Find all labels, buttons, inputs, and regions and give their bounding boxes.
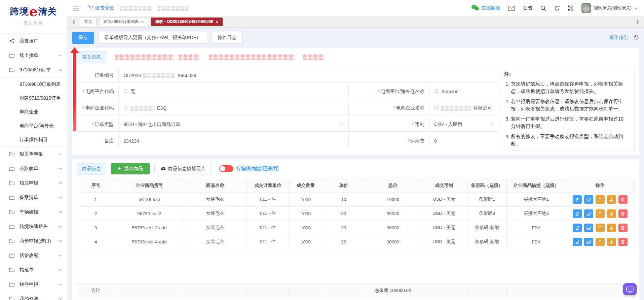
tab[interactable]: 9710/9810订单列表× xyxy=(99,18,148,26)
copy-row-button[interactable] xyxy=(584,209,593,218)
sidebar-item[interactable]: 9710/9810订单 xyxy=(0,63,67,77)
logo-e-mark: e xyxy=(29,6,38,16)
sidebar-item[interactable]: 快件申报 xyxy=(0,277,67,292)
folder-icon xyxy=(9,238,15,244)
move-up-button[interactable] xyxy=(596,238,605,246)
sidebar-item[interactable]: 跨境快速通关 xyxy=(0,219,67,234)
copy-row-button[interactable] xyxy=(584,224,593,232)
template-import-update-button[interactable]: 录单模版导入更新（支持Excel、报关单PDF） xyxy=(98,32,207,44)
search-icon[interactable] xyxy=(540,5,546,11)
add-product-button[interactable]: + 添加商品 xyxy=(111,163,150,174)
copy-row-button[interactable] xyxy=(584,195,593,204)
save-button[interactable]: 保存 xyxy=(72,32,94,44)
column-header: 成交币制 xyxy=(421,179,467,192)
products-panel: 商品信息 + 添加商品 商品信息模版导入 行编辑功能:[已关闭] xyxy=(72,159,639,300)
chevron-down-icon xyxy=(59,182,62,184)
sidebar-subitem[interactable]: 电商平台/海外仓 xyxy=(0,119,67,133)
sidebar-item[interactable]: 我要推广 xyxy=(0,34,67,48)
tabs-scroll-right-icon[interactable]: ❯ xyxy=(634,19,641,24)
move-up-button[interactable] xyxy=(596,195,605,204)
move-up-button[interactable] xyxy=(596,209,605,218)
tab-label: 9710/9810订单列表 xyxy=(104,19,139,25)
tabs-scroll-left-icon[interactable]: ❮ xyxy=(71,19,77,24)
product-cell: 女装毛衣 xyxy=(184,206,247,221)
sidebar-item[interactable]: 两步申报(进口) xyxy=(0,234,67,248)
delete-row-button[interactable] xyxy=(618,195,628,204)
sidebar-item-label: 落货改配 xyxy=(20,253,38,259)
sidebar-subitem[interactable]: 订单操作指引 xyxy=(0,133,67,146)
fullscreen-icon[interactable] xyxy=(568,5,573,11)
platform-code-field[interactable]: 无 xyxy=(119,85,349,99)
mail-icon[interactable] xyxy=(508,6,515,11)
sidebar-item-label: 备案清单 xyxy=(20,195,38,201)
sidebar-submenu: 9710/9810订单列表创建9710/9810订单电商企业电商平台/海外仓订单… xyxy=(0,77,67,147)
announcement-link[interactable]: 公告 xyxy=(523,5,532,11)
product-template-import-button[interactable]: 商品信息模版导入 xyxy=(154,163,212,174)
sync-refresh-icon[interactable] xyxy=(634,34,639,41)
row-edit-toggle[interactable] xyxy=(219,165,233,172)
product-cell: 1000 xyxy=(289,192,322,206)
move-up-button[interactable] xyxy=(596,224,605,232)
company-code-field[interactable]: E3Q xyxy=(119,101,349,115)
operation-log-button[interactable]: 操作日志 xyxy=(211,32,243,44)
sidebar-item[interactable]: 报关单申报 xyxy=(0,147,67,161)
sidebar-subitem[interactable]: 创建9710/9810订单 xyxy=(0,91,67,105)
tab-bar: ❮ 首页9710/9810订单列表×修改 - OD202604024629466… xyxy=(67,16,644,28)
order-no-field[interactable]: OD2026 9466039 xyxy=(119,68,499,82)
sidebar-item[interactable]: 核注申报 xyxy=(0,176,67,190)
move-down-button[interactable] xyxy=(607,195,616,204)
redacted-text xyxy=(441,106,471,111)
recharge-link[interactable]: 缴费充值 xyxy=(88,5,114,11)
column-header: 单价 xyxy=(322,179,365,192)
sidebar-item[interactable]: 核放单 xyxy=(0,263,67,277)
products-table: 序号企业商品货号商品名称成交计量单位成交数量单价总价成交币制条形码（选填）企业商… xyxy=(77,179,635,249)
summary-empty-cell xyxy=(289,284,322,298)
sidebar-subitem[interactable]: 9710/9810订单列表 xyxy=(0,77,67,91)
currency-select[interactable]: CNY - 人民币 xyxy=(429,118,499,132)
move-down-button[interactable] xyxy=(607,238,616,246)
notes-title: 注: xyxy=(504,71,628,77)
sidebar-subitem[interactable]: 电商企业 xyxy=(0,105,67,119)
edit-row-button[interactable] xyxy=(573,238,582,246)
sidebar-item[interactable]: 备案清单 xyxy=(0,190,67,205)
customer-chat-button[interactable] xyxy=(623,283,637,295)
move-down-button[interactable] xyxy=(607,224,616,232)
operation-guide-link[interactable]: 操作指引 xyxy=(609,35,628,41)
product-cell: 条形码1 xyxy=(467,192,507,206)
tab-active[interactable]: 修改 - OD202604024629466039× xyxy=(151,18,222,26)
products-toolbar: 商品信息 + 添加商品 商品信息模版导入 行编辑功能:[已关闭] xyxy=(77,163,635,175)
platform-name-field[interactable]: Amazon xyxy=(429,85,499,99)
edit-row-button[interactable] xyxy=(573,224,582,232)
refresh-icon[interactable] xyxy=(554,5,560,11)
edit-row-button[interactable] xyxy=(573,209,582,218)
copy-row-button[interactable] xyxy=(584,238,593,246)
tab[interactable]: 首页 xyxy=(80,18,97,26)
delete-row-button[interactable] xyxy=(618,224,628,232)
sidebar-item[interactable]: 公路舱单 xyxy=(0,161,67,176)
tab-label: 首页 xyxy=(84,19,92,25)
order-type-select[interactable]: 9810 - 海外仓出口商品订单 xyxy=(119,118,349,132)
online-service-link[interactable]: 在线客服 xyxy=(471,4,500,12)
user-menu[interactable]: 测试清关(测试清关) xyxy=(581,3,638,13)
hamburger-menu-icon[interactable] xyxy=(73,6,79,10)
column-header: 成交数量 xyxy=(289,179,322,192)
tab-close-icon[interactable]: × xyxy=(216,20,218,24)
chevron-down-icon xyxy=(340,123,348,126)
summary-empty-cell xyxy=(184,284,247,298)
chevron-down-icon xyxy=(59,168,62,170)
remark-field[interactable]: 234234 xyxy=(119,134,349,148)
freight-field[interactable]: 0 xyxy=(429,134,499,148)
delete-row-button[interactable] xyxy=(618,238,628,246)
delete-row-button[interactable] xyxy=(618,209,628,218)
company-name-field[interactable]: 有限公司 xyxy=(429,101,499,115)
sidebar-item[interactable]: 线上接单 xyxy=(0,48,67,63)
sidebar-item-label: 报关单申报 xyxy=(20,151,43,157)
product-cell: 011 - 件 xyxy=(247,206,290,221)
product-cell: 买撒大声地3 xyxy=(507,206,566,221)
sidebar-item[interactable]: 车辆确报 xyxy=(0,205,67,219)
tab-close-icon[interactable]: × xyxy=(141,20,144,24)
sidebar-item[interactable]: 落货改配 xyxy=(0,248,67,263)
move-down-button[interactable] xyxy=(607,209,616,218)
edit-row-button[interactable] xyxy=(573,195,582,204)
sidebar-item[interactable]: 我的资源 xyxy=(0,292,67,300)
